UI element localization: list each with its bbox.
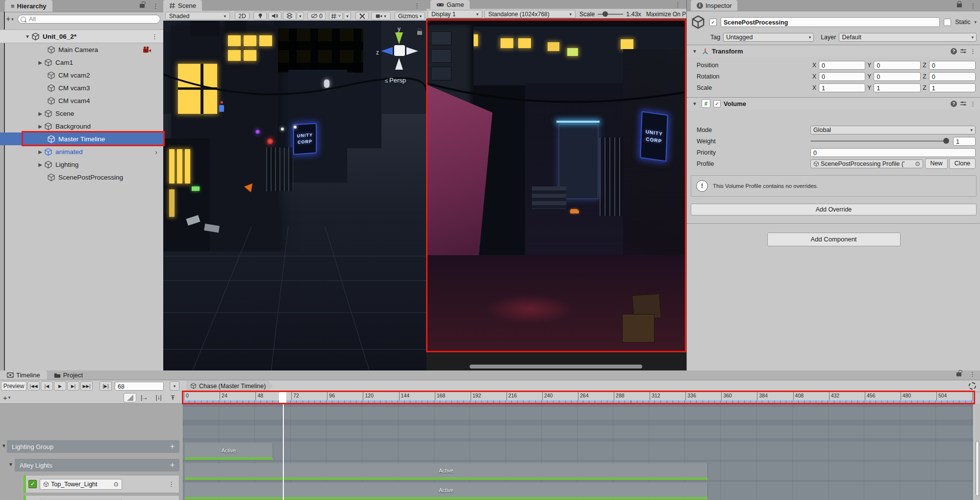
track-door-blue-light[interactable]: ✓ Door_Blue_Light ⊙ ⋮	[24, 495, 179, 500]
add-override-button[interactable]: Add Override	[691, 204, 977, 215]
play-button[interactable]: ▶	[54, 381, 66, 391]
component-menu-icon[interactable]: ⋮	[970, 100, 977, 107]
volume-header[interactable]: ▼ # ✓ Volume ? ⋮	[687, 97, 980, 109]
tab-project[interactable]: Project	[47, 370, 90, 380]
effects-dropdown[interactable]: ▾	[297, 12, 304, 20]
orientation-gizmo[interactable]: y z ≤ Persp	[379, 26, 423, 89]
search-input[interactable]: All	[18, 15, 160, 24]
axis-x-cone[interactable]	[406, 47, 418, 55]
previous-frame-button[interactable]: |◀	[41, 381, 53, 391]
grid-snap-button[interactable]: Y	[329, 12, 343, 20]
scene-menu-icon[interactable]: ⋮	[151, 33, 158, 40]
hierarchy-menu-icon[interactable]: ⋮	[152, 2, 159, 10]
play-range-button[interactable]: [▶]	[100, 381, 112, 391]
object-picker-icon[interactable]: ⊙	[915, 159, 920, 168]
static-dropdown[interactable]: ▾	[974, 20, 977, 25]
scene-viewport[interactable]: UNITY CORP	[163, 21, 427, 370]
scene-menu-icon[interactable]: ⋮	[414, 2, 421, 9]
tab-hierarchy[interactable]: ≡ Hierarchy	[5, 0, 52, 12]
prefab-open-chevron[interactable]: ›	[155, 148, 157, 156]
position-x-field[interactable]: 0	[819, 61, 865, 70]
weight-field[interactable]: 1	[953, 137, 976, 146]
game-viewport[interactable]: UNITY CORP	[427, 20, 685, 351]
position-y-field[interactable]: 0	[874, 61, 920, 70]
active-checkbox[interactable]: ✓	[709, 19, 717, 26]
clone-button[interactable]: Clone	[949, 158, 976, 169]
component-menu-icon[interactable]: ⋮	[970, 48, 977, 55]
hierarchy-item-lighting[interactable]: ▶ Lighting	[0, 158, 163, 171]
help-icon[interactable]: ?	[951, 48, 957, 54]
track-mute-checkbox[interactable]: ✓	[28, 480, 37, 488]
tool-settings-button[interactable]	[355, 12, 369, 20]
scale-y-field[interactable]: 1	[874, 83, 920, 92]
foldout-icon[interactable]: ▼	[691, 49, 699, 54]
shading-mode-dropdown[interactable]: Shaded ▾	[165, 12, 230, 20]
timeline-settings-gear-icon[interactable]	[969, 382, 976, 390]
gizmos-dropdown[interactable]: Gizmos ▾	[395, 12, 425, 20]
resolution-dropdown[interactable]: Standalone (1024x768) ▾	[484, 10, 576, 18]
tab-inspector[interactable]: i Inspector	[691, 0, 737, 11]
hierarchy-item-main-camera[interactable]: Main Camera	[0, 43, 163, 56]
2d-toggle[interactable]: 2D	[235, 12, 250, 20]
gizmo-lock-icon[interactable]	[417, 31, 422, 35]
track-group-lighting[interactable]: Lighting Group +	[7, 440, 179, 453]
foldout-icon[interactable]: ▶	[36, 162, 44, 167]
hidden-objects-toggle[interactable]: 0	[307, 12, 326, 20]
hierarchy-item-scenepostprocessing[interactable]: ScenePostProcessing	[0, 171, 163, 184]
current-frame-field[interactable]: 68	[115, 382, 164, 391]
hierarchy-item-scene[interactable]: ▶ Scene	[0, 107, 163, 120]
group-foldout-icon[interactable]: ▼	[1, 443, 6, 448]
playhead-line[interactable]	[283, 392, 284, 500]
hierarchy-item-cm-vcam4[interactable]: CM vcam4	[0, 94, 163, 107]
timeline-vscrollbar-thumb[interactable]	[976, 441, 979, 496]
scene-lighting-toggle[interactable]	[253, 12, 267, 20]
axis-y-cone[interactable]	[395, 32, 403, 44]
hierarchy-item-cam1[interactable]: ▶ Cam1	[0, 56, 163, 69]
track-top-tower-light[interactable]: ✓ Top_Tower_Light ⊙ ⋮	[24, 475, 179, 493]
axis-cone-down[interactable]	[395, 58, 403, 70]
object-picker-icon[interactable]: ⊙	[114, 480, 119, 488]
tag-dropdown[interactable]: Untagged ▾	[723, 33, 814, 42]
maximize-on-play-toggle[interactable]: Maximize On P	[646, 10, 687, 18]
go-to-end-button[interactable]: ▶▶|	[80, 381, 93, 391]
create-object-button[interactable]: + ▾	[6, 15, 14, 24]
rotation-y-field[interactable]: 0	[874, 72, 920, 81]
inspector-lock-icon[interactable]	[957, 3, 962, 7]
scale-x-field[interactable]: 1	[819, 83, 865, 92]
static-checkbox[interactable]	[944, 19, 951, 26]
hierarchy-item-cm-vcam2[interactable]: CM vcam2	[0, 69, 163, 81]
inspector-menu-icon[interactable]: ⋮	[970, 2, 977, 9]
axis-z-cone[interactable]	[381, 47, 393, 55]
timeline-options-dropdown[interactable]: ▾	[174, 384, 176, 389]
display-dropdown[interactable]: Display 1 ▾	[427, 10, 482, 18]
playhead-handle[interactable]	[279, 392, 286, 403]
timeline-lock-icon[interactable]	[956, 372, 961, 376]
foldout-icon[interactable]: ▶	[36, 111, 44, 116]
persp-label[interactable]: ≤ Persp	[385, 77, 406, 84]
group-foldout-icon[interactable]: ▼	[8, 462, 13, 467]
go-to-start-button[interactable]: |◀◀	[27, 381, 40, 391]
gizmo-center-cube[interactable]	[394, 45, 405, 56]
edit-mode-replace-button[interactable]: |↓|	[152, 393, 165, 402]
tab-timeline[interactable]: Timeline	[0, 370, 47, 380]
timeline-breadcrumb[interactable]: Chase (Master Timeline)	[186, 380, 273, 392]
curves-view-button[interactable]	[124, 393, 136, 402]
grid-dropdown[interactable]: ▾	[344, 12, 351, 20]
game-hscrollbar[interactable]	[470, 365, 642, 368]
weight-slider-knob[interactable]	[943, 138, 949, 144]
help-icon[interactable]: ?	[951, 101, 957, 107]
priority-field[interactable]: 0	[810, 148, 976, 157]
next-frame-button[interactable]: ▶|	[67, 381, 79, 391]
white-light-gizmo[interactable]	[294, 126, 297, 129]
gameobject-name-field[interactable]: ScenePostProcessing	[721, 17, 940, 27]
rotation-x-field[interactable]: 0	[819, 72, 865, 81]
tab-game[interactable]: Game	[430, 0, 470, 9]
preview-toggle[interactable]: Preview	[1, 381, 26, 391]
unlock-icon[interactable]	[140, 4, 145, 8]
timeline-menu-icon[interactable]: ⋮	[969, 370, 976, 380]
volume-enabled-checkbox[interactable]: ✓	[713, 100, 721, 107]
layer-dropdown[interactable]: Default ▾	[839, 33, 977, 42]
clip-door-white-active[interactable]: Active	[185, 483, 708, 500]
edit-mode-mix-button[interactable]: |→	[138, 393, 151, 402]
gameobject-cube-icon[interactable]	[691, 15, 705, 29]
